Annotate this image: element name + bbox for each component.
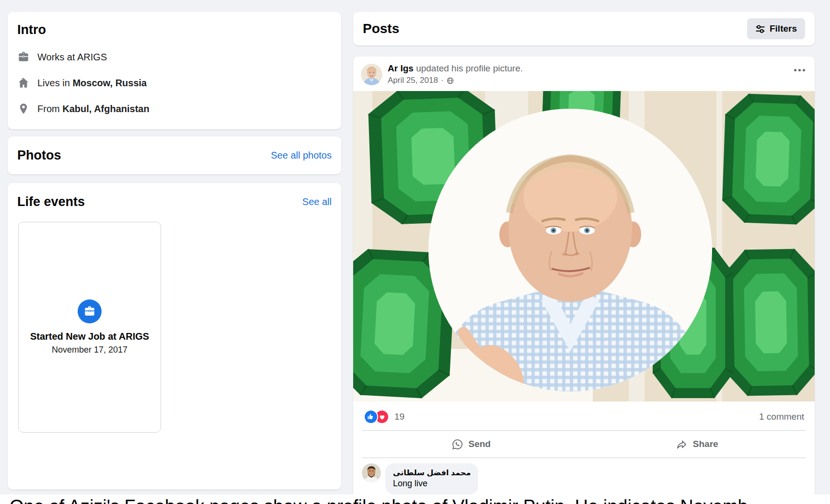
intro-from-row: From Kabul, Afghanistan xyxy=(17,103,332,115)
whatsapp-send-icon xyxy=(451,438,463,450)
post-date: April 25, 2018 xyxy=(388,76,438,85)
share-label: Share xyxy=(693,439,718,449)
life-events-header: Life events See all xyxy=(17,195,332,209)
photos-card: Photos See all photos xyxy=(8,137,341,174)
caption-strip: One of Azizi's Facebook pages show a pro… xyxy=(0,494,830,504)
profile-page: Intro Works at ARIGS Lives in Moscow, Ru… xyxy=(0,0,830,502)
like-reaction-icon[interactable] xyxy=(364,410,378,424)
life-events-title: Life events xyxy=(17,195,85,209)
post: Ar Igs updated his profile picture. Apri… xyxy=(353,57,815,502)
intro-lives-text: Lives in Moscow, Russia xyxy=(37,78,147,89)
posts-header-card: Posts Filters xyxy=(353,12,815,46)
briefcase-icon xyxy=(17,51,30,63)
comment-author-name[interactable]: محمد افضل سلطانی xyxy=(393,468,471,477)
see-all-life-events-link[interactable]: See all xyxy=(302,196,332,207)
filters-label: Filters xyxy=(770,23,797,34)
post-header-text: Ar Igs updated his profile picture. Apri… xyxy=(388,63,523,85)
intro-lives-row: Lives in Moscow, Russia xyxy=(17,77,332,89)
sliders-icon xyxy=(755,24,765,34)
left-column: Intro Works at ARIGS Lives in Moscow, Ru… xyxy=(8,12,341,490)
posts-title: Posts xyxy=(363,21,399,36)
post-actions: Send Share xyxy=(353,431,815,458)
intro-title: Intro xyxy=(17,23,332,37)
profile-picture-photo xyxy=(353,91,815,401)
comment-bubble: محمد افضل سلطانی Long live xyxy=(385,463,478,494)
comment-text: Long live xyxy=(393,479,471,489)
more-options-icon[interactable] xyxy=(794,69,805,71)
globe-privacy-icon xyxy=(447,77,454,84)
intro-card: Intro Works at ARIGS Lives in Moscow, Ru… xyxy=(8,12,341,129)
briefcase-icon xyxy=(83,305,96,318)
life-event-title: Started New Job at ARIGS xyxy=(30,331,149,342)
heart-icon xyxy=(379,413,386,421)
photos-title: Photos xyxy=(17,148,61,163)
life-events-card: Life events See all Started New Job at A… xyxy=(8,183,341,490)
date-separator: · xyxy=(441,76,444,85)
reaction-count[interactable]: 19 xyxy=(394,412,404,422)
author-avatar-image xyxy=(361,64,382,85)
send-label: Send xyxy=(469,439,491,449)
intro-from-text: From Kabul, Afghanistan xyxy=(37,103,150,115)
reactions-row: 19 1 comment xyxy=(353,401,815,430)
right-column: Posts Filters xyxy=(353,12,815,502)
intro-work-text: Works at ARIGS xyxy=(37,52,107,63)
life-event-date: November 17, 2017 xyxy=(52,345,127,355)
post-date-line[interactable]: April 25, 2018 · xyxy=(388,76,523,85)
share-arrow-icon xyxy=(676,438,688,450)
life-event-icon-circle xyxy=(78,299,102,323)
reaction-icons xyxy=(364,410,389,424)
see-all-photos-link[interactable]: See all photos xyxy=(271,150,332,161)
thumbs-up-icon xyxy=(367,413,375,421)
caption-text: One of Azizi's Facebook pages show a pro… xyxy=(0,494,830,504)
post-author-name[interactable]: Ar Igs xyxy=(388,63,414,73)
location-pin-icon xyxy=(17,103,30,115)
commenter-avatar[interactable] xyxy=(362,463,381,482)
filters-button[interactable]: Filters xyxy=(747,18,805,39)
comment-count[interactable]: 1 comment xyxy=(759,412,804,422)
send-button[interactable]: Send xyxy=(358,433,584,455)
post-image[interactable] xyxy=(353,91,815,401)
life-event-tile[interactable]: Started New Job at ARIGS November 17, 20… xyxy=(18,222,161,433)
home-icon xyxy=(17,77,30,89)
post-header: Ar Igs updated his profile picture. Apri… xyxy=(353,57,815,91)
intro-work-row: Works at ARIGS xyxy=(17,51,332,63)
post-action-text: updated his profile picture. xyxy=(414,63,523,73)
commenter-avatar-image xyxy=(362,463,381,482)
share-button[interactable]: Share xyxy=(584,433,810,455)
post-author-avatar[interactable] xyxy=(361,64,382,85)
post-byline: Ar Igs updated his profile picture. xyxy=(388,63,523,74)
